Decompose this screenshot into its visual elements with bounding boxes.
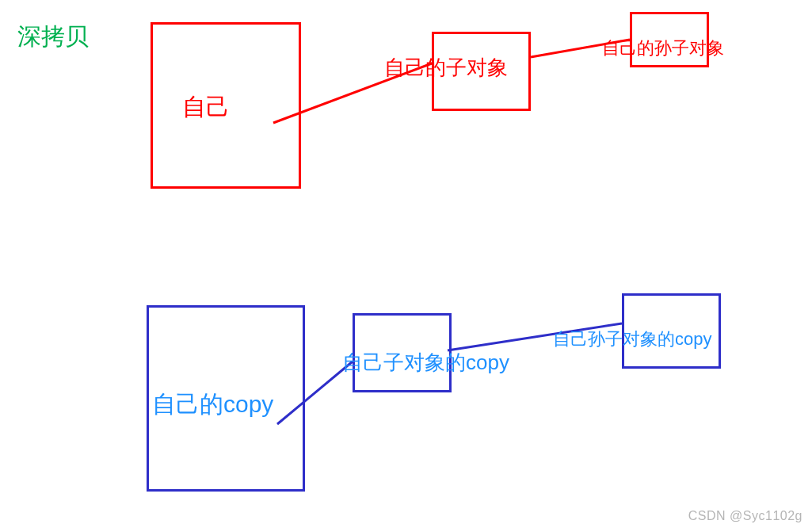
watermark: CSDN @Syc1102g: [688, 509, 802, 523]
label-self-copy: 自己的copy: [152, 388, 273, 421]
label-child-copy: 自己子对象的copy: [342, 349, 509, 377]
label-grandchild: 自己的孙子对象: [602, 36, 724, 60]
deep-copy-diagram: 深拷贝 自己 自己的子对象 自己的孙子对象 自己的copy 自己子对象的copy…: [0, 0, 812, 528]
label-self: 自己: [182, 91, 230, 124]
diagram-title: 深拷贝: [17, 21, 89, 53]
label-grandchild-copy: 自己孙子对象的copy: [553, 327, 711, 351]
label-child: 自己的子对象: [384, 54, 508, 82]
